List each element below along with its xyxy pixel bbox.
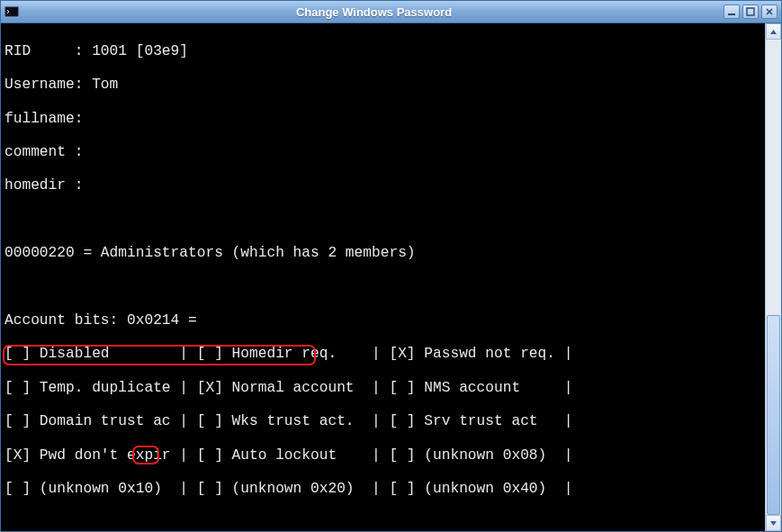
terminal-line <box>4 279 761 296</box>
client-area: RID : 1001 [03e9] Username: Tom fullname… <box>1 23 781 531</box>
terminal-line: [ ] (unknown 0x10) | [ ] (unknown 0x20) … <box>4 481 761 498</box>
app-window: Change Windows Password RID : 1001 [03e9… <box>0 0 782 532</box>
terminal-line: 00000220 = Administrators (which has 2 m… <box>4 245 761 262</box>
terminal-line: [ ] Domain trust ac | [ ] Wks trust act.… <box>4 413 761 430</box>
terminal-line: fullname: <box>4 111 761 128</box>
terminal-line: [ ] Disabled | [ ] Homedir req. | [X] Pa… <box>4 346 761 363</box>
terminal-line: homedir : <box>4 177 761 194</box>
minimize-button[interactable] <box>724 5 740 19</box>
svg-rect-1 <box>6 8 18 16</box>
terminal-line <box>4 514 761 531</box>
terminal-line: Account bits: 0x0214 = <box>4 312 761 329</box>
terminal[interactable]: RID : 1001 [03e9] Username: Tom fullname… <box>1 23 765 531</box>
terminal-line: [X] Pwd don't expir | [ ] Auto lockout |… <box>4 447 761 464</box>
terminal-line: RID : 1001 [03e9] <box>4 43 761 60</box>
window-title: Change Windows Password <box>24 5 724 19</box>
close-button[interactable] <box>761 5 778 19</box>
vertical-scrollbar[interactable] <box>765 23 781 531</box>
terminal-line <box>4 212 761 229</box>
scroll-up-button[interactable] <box>766 23 781 40</box>
titlebar: Change Windows Password <box>1 1 781 23</box>
terminal-icon <box>4 5 19 19</box>
scroll-down-button[interactable] <box>766 515 781 531</box>
terminal-line: Username: Tom <box>4 77 761 94</box>
terminal-line: [ ] Temp. duplicate | [X] Normal account… <box>4 380 761 397</box>
scrollbar-thumb[interactable] <box>767 315 780 515</box>
svg-rect-2 <box>728 14 735 15</box>
maximize-button[interactable] <box>742 5 759 19</box>
scrollbar-track[interactable] <box>766 40 781 515</box>
svg-rect-3 <box>747 8 754 15</box>
terminal-line: comment : <box>4 144 761 161</box>
